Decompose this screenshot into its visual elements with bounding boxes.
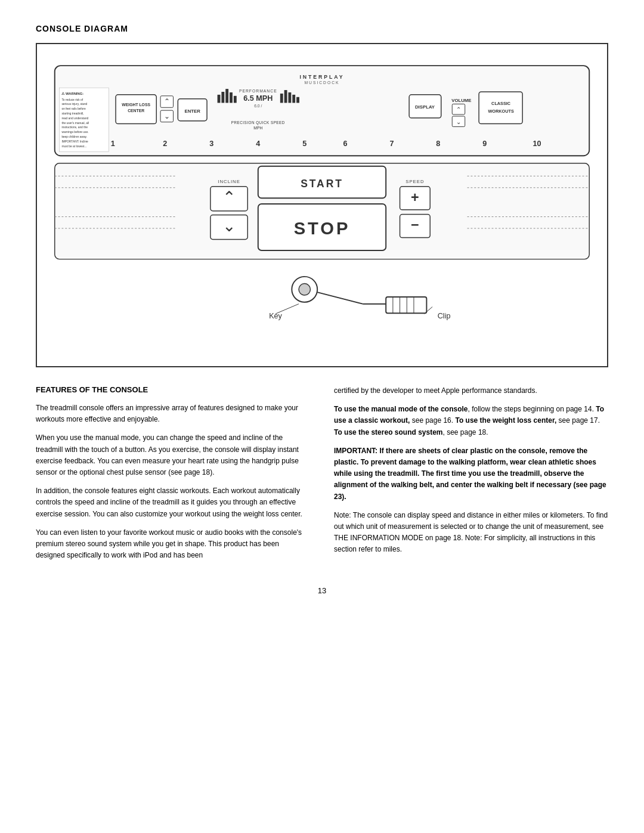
svg-text:on feet rails before: on feet rails before: [61, 107, 86, 110]
svg-text:9: 9: [482, 140, 487, 148]
features-para-4: You can even listen to your favorite wor…: [36, 527, 310, 562]
svg-text:read and understand: read and understand: [61, 117, 88, 120]
svg-text:IMPORTANT: Incline: IMPORTANT: Incline: [61, 140, 88, 143]
page-number: 13: [36, 586, 608, 595]
svg-text:SPEED: SPEED: [405, 179, 424, 184]
svg-text:CENTER: CENTER: [128, 109, 144, 113]
svg-text:8: 8: [436, 140, 440, 148]
svg-rect-47: [479, 92, 522, 124]
svg-text:⌄: ⌄: [164, 112, 170, 120]
svg-text:WEIGHT LOSS: WEIGHT LOSS: [122, 103, 150, 107]
svg-text:PRECISION QUICK SPEED: PRECISION QUICK SPEED: [231, 120, 285, 125]
svg-text:MPH: MPH: [253, 126, 262, 130]
svg-text:6: 6: [343, 140, 347, 148]
features-para-right-3: IMPORTANT: If there are sheets of clear …: [334, 445, 608, 503]
svg-text:INTERPLAY: INTERPLAY: [299, 74, 344, 80]
svg-text:6.0 /: 6.0 /: [254, 104, 262, 108]
svg-rect-33: [280, 94, 283, 103]
svg-text:START: START: [301, 178, 343, 190]
svg-text:CLASSIC: CLASSIC: [491, 101, 511, 106]
svg-line-93: [275, 304, 299, 314]
svg-text:⌃: ⌃: [456, 106, 461, 113]
svg-text:must be at lowest...: must be at lowest...: [61, 145, 86, 148]
features-para-3: In addition, the console features eight …: [36, 485, 310, 520]
svg-text:3: 3: [209, 140, 213, 148]
console-diagram-svg-wrapper: INTERPLAY MUSICDOCK ⚠ WARNING: To reduce…: [49, 56, 595, 354]
svg-text:⌄: ⌄: [456, 119, 461, 125]
svg-text:the user's manual, all: the user's manual, all: [61, 122, 89, 125]
svg-text:warnings before use.: warnings before use.: [61, 131, 88, 134]
svg-text:1: 1: [111, 140, 115, 148]
svg-text:+: +: [411, 190, 419, 205]
svg-text:−: −: [411, 217, 419, 233]
svg-text:⌄: ⌄: [222, 216, 236, 235]
features-right: certified by the developer to meet Apple…: [334, 385, 608, 568]
svg-rect-30: [225, 89, 228, 103]
console-diagram-title: CONSOLE DIAGRAM: [36, 24, 608, 33]
svg-text:4: 4: [256, 140, 260, 148]
features-para-1: The treadmill console offers an impressi…: [36, 402, 310, 425]
svg-rect-35: [288, 92, 291, 103]
svg-rect-28: [218, 95, 221, 103]
svg-text:⌃: ⌃: [164, 97, 170, 105]
svg-text:5: 5: [302, 140, 306, 148]
svg-text:ENTER: ENTER: [185, 109, 201, 114]
svg-rect-36: [292, 95, 295, 103]
features-para-2: When you use the manual mode, you can ch…: [36, 432, 310, 478]
svg-text:Clip: Clip: [438, 312, 451, 320]
svg-text:STOP: STOP: [294, 219, 351, 238]
svg-rect-37: [296, 97, 299, 103]
svg-text:⌃: ⌃: [222, 188, 236, 206]
svg-text:keep children away.: keep children away.: [61, 135, 87, 138]
features-left: FEATURES OF THE CONSOLE The treadmill co…: [36, 385, 310, 568]
svg-text:Key: Key: [269, 312, 282, 320]
svg-line-85: [317, 292, 363, 304]
features-section: FEATURES OF THE CONSOLE The treadmill co…: [36, 385, 608, 568]
features-heading: FEATURES OF THE CONSOLE: [36, 385, 310, 394]
svg-text:PERFORMANCE: PERFORMANCE: [239, 89, 277, 93]
svg-rect-29: [221, 92, 224, 103]
svg-text:INCLINE: INCLINE: [218, 179, 240, 184]
svg-text:6.5 MPH: 6.5 MPH: [243, 94, 273, 103]
features-para-right-4: Note: The console can display speed and …: [334, 510, 608, 556]
svg-point-84: [299, 284, 310, 295]
svg-text:DISPLAY: DISPLAY: [415, 104, 435, 110]
svg-rect-31: [230, 92, 233, 103]
svg-rect-34: [284, 90, 287, 103]
console-diagram-svg: INTERPLAY MUSICDOCK ⚠ WARNING: To reduce…: [49, 56, 595, 354]
svg-text:VOLUME: VOLUME: [451, 98, 471, 103]
svg-text:⚠ WARNING:: ⚠ WARNING:: [61, 92, 83, 95]
svg-text:MUSICDOCK: MUSICDOCK: [304, 80, 339, 85]
svg-text:To reduce risk of: To reduce risk of: [61, 98, 83, 101]
features-para-right-1: certified by the developer to meet Apple…: [334, 385, 608, 397]
svg-rect-87: [386, 297, 426, 313]
svg-text:starting treadmill,: starting treadmill,: [61, 112, 83, 115]
features-para-right-2: To use the manual mode of the console, f…: [334, 404, 608, 438]
console-diagram-box: INTERPLAY MUSICDOCK ⚠ WARNING: To reduce…: [36, 43, 608, 367]
svg-text:WORKOUTS: WORKOUTS: [488, 109, 514, 114]
page-container: CONSOLE DIAGRAM INTERPLAY MUSICDOCK ⚠ WA…: [36, 24, 608, 595]
svg-text:instructions, and the: instructions, and the: [61, 126, 88, 129]
svg-text:2: 2: [163, 140, 167, 148]
svg-rect-32: [234, 96, 237, 103]
svg-text:7: 7: [389, 140, 394, 148]
svg-text:serious injury, stand: serious injury, stand: [61, 103, 87, 106]
svg-text:10: 10: [533, 140, 541, 148]
